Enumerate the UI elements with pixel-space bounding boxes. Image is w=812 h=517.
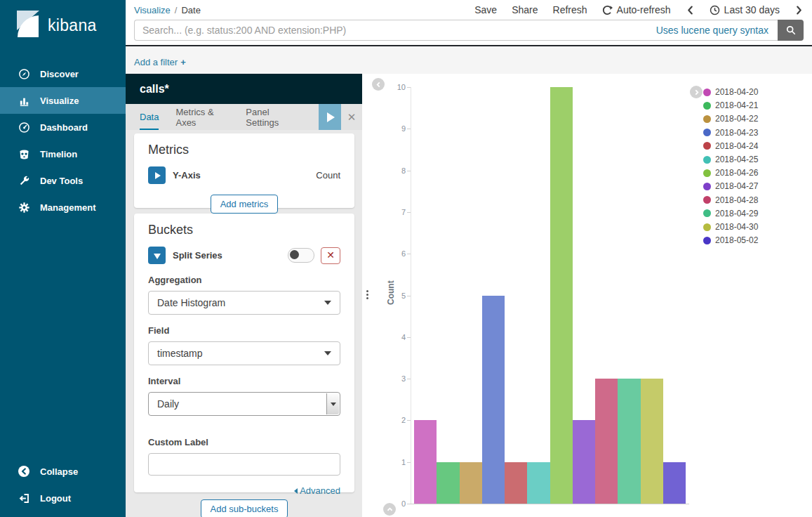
bar-2018-05-02[interactable] xyxy=(663,462,686,504)
legend-dot xyxy=(703,196,711,204)
custom-label-input[interactable] xyxy=(148,453,340,476)
bar-2018-04-20[interactable] xyxy=(414,420,437,504)
remove-bucket-button[interactable]: ✕ xyxy=(321,247,340,264)
sidebar-item-label: Management xyxy=(40,202,95,213)
y-tick-label: 2 xyxy=(362,416,406,424)
time-forward-button[interactable] xyxy=(794,6,804,15)
bar-2018-04-23[interactable] xyxy=(482,296,505,504)
save-button[interactable]: Save xyxy=(474,4,497,15)
legend-item-2018-04-29[interactable]: 2018-04-29 xyxy=(703,209,758,218)
sidebar-item-management[interactable]: Management xyxy=(0,194,126,221)
y-tick-mark xyxy=(407,254,411,254)
field-select[interactable]: timestamp xyxy=(148,341,340,365)
legend-dot xyxy=(703,142,711,150)
legend-label: 2018-04-20 xyxy=(715,87,758,97)
legend-item-2018-04-27[interactable]: 2018-04-27 xyxy=(703,181,758,191)
bar-2018-04-24[interactable] xyxy=(505,462,527,504)
auto-refresh-button[interactable]: Auto-refresh xyxy=(602,4,671,15)
add-metrics-button[interactable]: Add metrics xyxy=(211,195,279,214)
legend-item-2018-04-26[interactable]: 2018-04-26 xyxy=(703,168,758,178)
kibana-logo[interactable]: kibana xyxy=(0,0,126,51)
legend-label: 2018-04-29 xyxy=(715,209,758,218)
aggregation-value: Date Histogram xyxy=(157,297,225,308)
x-axis-line xyxy=(411,504,689,504)
bar-2018-04-26[interactable] xyxy=(550,87,573,504)
bar-2018-04-21[interactable] xyxy=(437,462,459,504)
tab-metrics-axes[interactable]: Metrics & Axes xyxy=(175,104,229,130)
legend-label: 2018-04-27 xyxy=(715,181,758,191)
y-tick-label: 10 xyxy=(362,83,406,91)
breadcrumb-separator: / xyxy=(175,5,178,15)
chevron-down-icon xyxy=(324,301,331,305)
sidebar-item-logout[interactable]: Logout xyxy=(0,485,126,511)
y-tick-label: 7 xyxy=(362,208,406,216)
sidebar-item-dashboard[interactable]: Dashboard xyxy=(0,114,126,140)
y-axis-value: Count xyxy=(316,170,340,181)
sidebar-item-visualize[interactable]: Visualize xyxy=(0,87,126,114)
metrics-heading: Metrics xyxy=(148,143,340,157)
legend-item-2018-04-20[interactable]: 2018-04-20 xyxy=(703,87,758,97)
select-spinner xyxy=(326,393,339,414)
legend-item-2018-04-23[interactable]: 2018-04-23 xyxy=(703,128,758,138)
sidebar-item-discover[interactable]: Discover xyxy=(0,60,126,87)
red-x-icon: ✕ xyxy=(326,249,335,261)
bar-2018-04-30[interactable] xyxy=(641,379,663,504)
vis-title-bar: calls* xyxy=(126,74,362,104)
chevron-down-icon xyxy=(331,403,336,406)
legend-item-2018-04-22[interactable]: 2018-04-22 xyxy=(703,114,758,124)
metrics-card: Metrics Y-Axis Count Add metrics xyxy=(134,133,354,208)
legend-item-2018-05-02[interactable]: 2018-05-02 xyxy=(703,235,758,245)
enable-toggle[interactable] xyxy=(288,248,314,263)
sidebar-item-collapse[interactable]: Collapse xyxy=(0,458,126,485)
legend-item-2018-04-21[interactable]: 2018-04-21 xyxy=(703,100,758,110)
apply-changes-button[interactable] xyxy=(319,104,341,130)
discard-changes-button[interactable]: ✕ xyxy=(341,104,362,130)
bar-2018-04-27[interactable] xyxy=(573,420,595,504)
visualize-editor: calls* DataMetrics & AxesPanel Settings … xyxy=(126,74,812,517)
custom-label-label: Custom Label xyxy=(148,437,340,447)
bar-2018-04-28[interactable] xyxy=(595,379,618,504)
gauge-icon xyxy=(18,121,30,133)
breadcrumb-section-link[interactable]: Visualize xyxy=(134,5,171,15)
y-tick-mark xyxy=(407,379,411,379)
time-back-button[interactable] xyxy=(686,6,695,15)
bar-2018-04-22[interactable] xyxy=(460,462,482,504)
y-tick-label: 6 xyxy=(362,249,406,258)
wrench-icon xyxy=(18,174,30,187)
lucene-syntax-link[interactable]: Uses lucene query syntax xyxy=(656,25,768,36)
add-sub-buckets-button[interactable]: Add sub-buckets xyxy=(201,499,288,517)
y-axis-expand-button[interactable] xyxy=(148,166,166,184)
legend-item-2018-04-25[interactable]: 2018-04-25 xyxy=(703,155,758,164)
bar-2018-04-25[interactable] xyxy=(527,462,550,504)
split-series-collapse-button[interactable] xyxy=(148,247,166,264)
add-filter-link[interactable]: Add a filter xyxy=(134,57,178,67)
refresh-button[interactable]: Refresh xyxy=(553,4,587,15)
sidebar-item-dev-tools[interactable]: Dev Tools xyxy=(0,167,126,194)
time-picker-button[interactable]: Last 30 days xyxy=(710,4,780,15)
interval-select[interactable]: Daily xyxy=(148,392,340,416)
legend-dot xyxy=(703,237,711,244)
y-tick-label: 1 xyxy=(362,458,406,466)
sidebar-item-timelion[interactable]: Timelion xyxy=(0,140,126,167)
legend-item-2018-04-30[interactable]: 2018-04-30 xyxy=(703,222,758,232)
share-button[interactable]: Share xyxy=(512,4,538,15)
legend-dot xyxy=(703,223,711,231)
bar-chart-icon xyxy=(18,94,30,107)
aggregation-select[interactable]: Date Histogram xyxy=(148,291,340,315)
logout-door-icon xyxy=(18,492,30,504)
legend-dot xyxy=(703,115,711,123)
legend-item-2018-04-28[interactable]: 2018-04-28 xyxy=(703,195,758,205)
y-axis-line xyxy=(411,87,411,504)
tab-data[interactable]: Data xyxy=(140,104,159,130)
advanced-link[interactable]: Advanced xyxy=(294,485,340,496)
triangle-right-icon xyxy=(155,172,161,179)
brand-name: kibana xyxy=(48,16,97,35)
y-tick-label: 4 xyxy=(362,333,406,341)
legend-item-2018-04-24[interactable]: 2018-04-24 xyxy=(703,141,758,151)
search-button[interactable] xyxy=(778,20,804,41)
bar-2018-04-29[interactable] xyxy=(618,379,640,504)
y-tick-label: 9 xyxy=(362,124,406,133)
legend-toggle-button[interactable] xyxy=(690,86,703,98)
tab-panel-settings[interactable]: Panel Settings xyxy=(246,104,298,130)
kibana-app: kibana DiscoverVisualizeDashboardTimelio… xyxy=(0,0,812,517)
